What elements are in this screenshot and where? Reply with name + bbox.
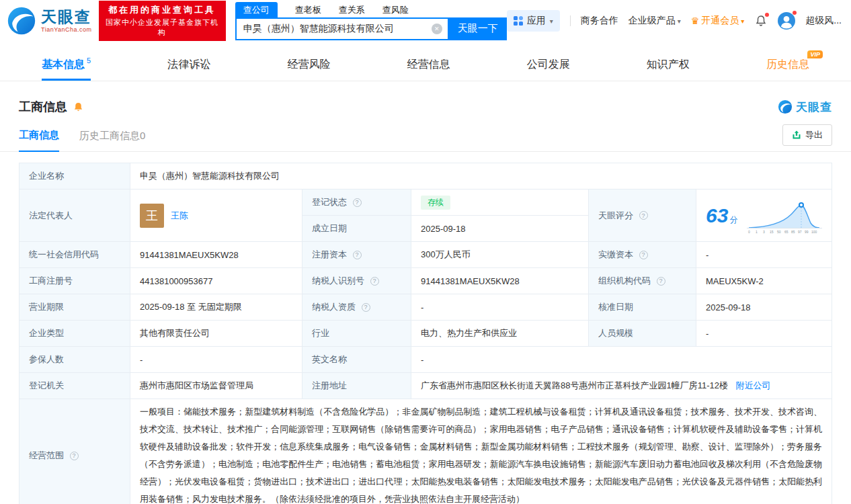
legal-rep-link[interactable]: 王陈 xyxy=(171,210,188,222)
username[interactable]: 超级风... xyxy=(805,15,842,27)
registry-value: 惠州市惠阳区市场监督管理局 xyxy=(130,373,302,399)
table-row: 参保人数 - 英文名称 - xyxy=(19,347,832,373)
tab-history-info-label: 历史信息 xyxy=(766,58,809,72)
table-wrap: 企业名称 申昊（惠州）智慧能源科技有限公司 法定代表人 王 王陈 登记状态 ? … xyxy=(0,152,851,504)
search-tab-risk[interactable]: 查风险 xyxy=(382,2,409,17)
apps-menu[interactable]: 应用 ▾ xyxy=(507,10,560,32)
tab-operation-info[interactable]: 经营信息 xyxy=(407,48,450,81)
brand-watermark-text: 天眼查 xyxy=(796,99,832,115)
notification-dot xyxy=(765,13,769,17)
help-icon[interactable]: ? xyxy=(639,251,648,259)
tab-intellectual-property[interactable]: 知识产权 xyxy=(647,48,690,81)
nearby-companies-link[interactable]: 附近公司 xyxy=(736,380,771,390)
org-code-label: 组织机构代码 xyxy=(598,276,651,286)
help-icon[interactable]: ? xyxy=(353,251,362,259)
svg-text:99: 99 xyxy=(805,230,809,234)
score-label: 天眼评分 xyxy=(598,210,633,220)
search-row: ✕ 天眼一下 xyxy=(235,17,507,40)
term-label: 营业期限 xyxy=(19,294,130,321)
brand-domain: TianYanCha.com xyxy=(41,27,92,33)
logo-text: 天眼查 TianYanCha.com xyxy=(41,9,92,33)
company-nav-tabs: 基本信息 5 法律诉讼 经营风险 经营信息 公司发展 知识产权 历史信息 VIP xyxy=(0,48,851,81)
clear-icon[interactable]: ✕ xyxy=(432,24,442,34)
reg-capital-label: 注册资本 xyxy=(312,249,347,259)
help-icon[interactable]: ? xyxy=(353,198,362,207)
establish-date-label: 成立日期 xyxy=(302,216,411,242)
tab-legal-litigation[interactable]: 法律诉讼 xyxy=(167,48,210,81)
subtab-history-business-info[interactable]: 历史工商信息0 xyxy=(79,130,145,151)
chevron-down-icon: ▾ xyxy=(550,17,553,25)
search-tab-boss[interactable]: 查老板 xyxy=(295,2,321,17)
menu-business-cooperation[interactable]: 商务合作 xyxy=(581,15,618,27)
tab-basic-info[interactable]: 基本信息 5 xyxy=(42,48,91,81)
subtab-business-info[interactable]: 工商信息 xyxy=(19,129,59,152)
table-row: 经营范围 ? 一般项目：储能技术服务；新型建筑材料制造（不含危险化学品）；非金属… xyxy=(19,399,832,504)
search-input[interactable] xyxy=(243,24,432,34)
avatar-icon xyxy=(778,12,795,30)
tianyancha-logo-icon xyxy=(7,6,36,36)
address-value: 广东省惠州市惠阳区秋长街道天翼路88号惠州市正基科技产业园1幢厂房11-12楼 xyxy=(421,380,728,390)
taxpayer-quality-label: 纳税人资质 xyxy=(312,302,356,312)
export-button[interactable]: 导出 xyxy=(782,124,832,146)
slogan-line1: 都在用的商业查询工具 xyxy=(105,4,220,16)
brand-watermark: 天眼查 xyxy=(778,99,832,115)
chevron-down-icon: ▾ xyxy=(678,17,681,25)
table-row: 法定代表人 王 王陈 登记状态 ? 存续 天眼评分 ? xyxy=(19,190,832,216)
establish-date-value: 2025-09-18 xyxy=(411,216,589,242)
org-code-value: MAEUX5KW-2 xyxy=(696,268,832,294)
score-value: 63分 xyxy=(706,206,737,226)
table-row: 企业类型 其他有限责任公司 行业 电力、热力生产和供应业 人员规模 - xyxy=(19,321,832,347)
org-code-label-cell: 组织机构代码 ? xyxy=(589,268,696,294)
menu-enterprise-product[interactable]: 企业级产品 ▾ xyxy=(629,15,681,27)
page-title: 工商信息 xyxy=(19,99,67,115)
search-button[interactable]: 天眼一下 xyxy=(449,17,507,40)
reg-status-label-cell: 登记状态 ? xyxy=(302,190,411,216)
export-icon xyxy=(792,130,801,140)
search-tab-company[interactable]: 查公司 xyxy=(235,2,278,17)
vip-badge: VIP xyxy=(807,50,823,58)
tab-company-development[interactable]: 公司发展 xyxy=(527,48,570,81)
reg-capital-value: 300万人民币 xyxy=(411,242,589,268)
insured-label: 参保人数 xyxy=(19,347,130,373)
table-row: 企业名称 申昊（惠州）智慧能源科技有限公司 xyxy=(19,163,832,190)
tianyancha-small-icon xyxy=(778,99,793,114)
help-icon[interactable]: ? xyxy=(639,211,648,220)
scope-label-cell: 经营范围 ? xyxy=(19,399,130,504)
tab-intellectual-property-label: 知识产权 xyxy=(647,58,690,72)
paid-capital-value: - xyxy=(696,242,832,268)
taxpayer-no-label: 纳税人识别号 xyxy=(312,276,364,286)
score-label-cell: 天眼评分 ? xyxy=(589,190,696,242)
reg-status-value: 存续 xyxy=(411,190,589,216)
tab-history-info[interactable]: 历史信息 VIP xyxy=(766,48,809,81)
tianyancha-logo[interactable]: 天眼查 TianYanCha.com xyxy=(7,6,92,36)
company-name-value: 申昊（惠州）智慧能源科技有限公司 xyxy=(130,163,832,190)
table-row: 登记机关 惠州市惠阳区市场监督管理局 注册地址 广东省惠州市惠阳区秋长街道天翼路… xyxy=(19,373,832,399)
search-tab-relation[interactable]: 查关系 xyxy=(339,2,365,17)
reg-status-label: 登记状态 xyxy=(312,197,347,207)
help-icon[interactable]: ? xyxy=(370,277,379,286)
staff-size-value: - xyxy=(696,321,832,347)
legal-rep-avatar[interactable]: 王 xyxy=(140,204,164,228)
scope-value: 一般项目：储能技术服务；新型建筑材料制造（不含危险化学品）；非金属矿物制品制造；… xyxy=(130,399,832,504)
svg-text:85: 85 xyxy=(791,230,795,234)
score-distribution-chart: 0 1 3 15 50 65 85 97 99 100 xyxy=(747,197,822,235)
taxpayer-no-value: 91441381MAEUX5KW28 xyxy=(411,268,589,294)
help-icon[interactable]: ? xyxy=(657,277,665,286)
svg-text:1: 1 xyxy=(756,230,758,234)
monitor-bell-icon[interactable] xyxy=(73,101,84,113)
enterprise-product-label: 企业级产品 xyxy=(629,15,676,27)
tab-legal-litigation-label: 法律诉讼 xyxy=(167,58,210,72)
notification-bell[interactable] xyxy=(754,14,768,28)
menu-open-vip[interactable]: ♛ 开通会员 ▾ xyxy=(691,15,745,27)
legal-rep-label: 法定代表人 xyxy=(19,190,130,242)
staff-size-label: 人员规模 xyxy=(589,321,696,347)
tab-operation-risk[interactable]: 经营风险 xyxy=(287,48,330,81)
credit-code-label: 统一社会信用代码 xyxy=(19,242,130,268)
status-badge: 存续 xyxy=(421,196,450,210)
user-avatar[interactable] xyxy=(778,12,795,30)
help-icon[interactable]: ? xyxy=(362,303,370,312)
english-name-label: 英文名称 xyxy=(302,347,411,373)
help-icon[interactable]: ? xyxy=(70,452,79,460)
english-name-value: - xyxy=(411,347,832,373)
table-row: 营业期限 2025-09-18 至 无固定期限 纳税人资质 ? - 核准日期 2… xyxy=(19,294,832,321)
